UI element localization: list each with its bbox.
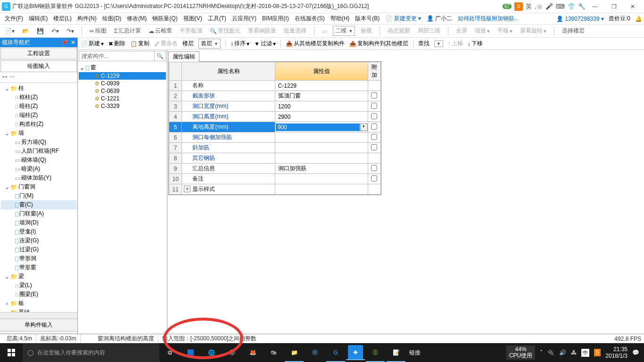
batch-select-button[interactable]: 批量选择 bbox=[282, 26, 308, 36]
tray-volume-icon[interactable]: 🔊 bbox=[559, 349, 566, 356]
menu-floor[interactable]: 楼层(L) bbox=[50, 14, 74, 24]
move-up-button[interactable]: ↑ 上移 bbox=[448, 40, 463, 48]
zoom-button[interactable]: 缩放 ▾ bbox=[473, 26, 492, 36]
col-value[interactable]: 属性值 bbox=[275, 62, 368, 81]
property-grid[interactable]: 属性名称 属性值 附加 1名称C-1229 2截面形状弧顶门窗 3洞口宽度(mm… bbox=[168, 61, 381, 195]
select-floor-button[interactable]: 选择楼层 bbox=[560, 26, 586, 36]
extra-check[interactable] bbox=[371, 103, 377, 109]
delete-button[interactable]: ✖ 删除 bbox=[108, 40, 125, 48]
move-down-button[interactable]: ↓ 下移 bbox=[468, 40, 483, 48]
prop-name[interactable]: +显示样式 bbox=[182, 184, 275, 195]
prop-val[interactable]: C-1229 bbox=[275, 81, 368, 91]
copy-from-floor-button[interactable]: 📥 从其他楼层复制构件 bbox=[286, 40, 345, 48]
search-box[interactable]: 🔍 bbox=[79, 51, 166, 61]
expand-icon[interactable]: ⁺⁺ bbox=[2, 74, 8, 81]
prop-val[interactable]: 2900 bbox=[275, 112, 368, 122]
tree-item[interactable]: ⎕连梁(G) bbox=[1, 236, 76, 245]
start-button[interactable] bbox=[0, 343, 23, 362]
tree-item[interactable]: ⎕门联窗(A) bbox=[1, 209, 76, 218]
tray-up-icon[interactable]: ˄ bbox=[540, 349, 543, 356]
filter-button[interactable]: ▼ 过滤 ▾ bbox=[254, 40, 276, 48]
prop-val[interactable]: 1200 bbox=[275, 101, 368, 112]
tree-item[interactable]: ⎕墙洞(D) bbox=[1, 218, 76, 227]
tray-network-icon[interactable]: 🖧 bbox=[571, 349, 577, 356]
search-input[interactable] bbox=[79, 51, 154, 61]
taskbar-search[interactable]: ◯ 在这里输入你要搜索的内容 bbox=[23, 343, 159, 362]
prop-name[interactable]: 洞口宽度(mm) bbox=[182, 101, 275, 112]
clock[interactable]: 21:352018/1/3 bbox=[605, 346, 627, 360]
tree-item[interactable]: ▭人防门框墙(RF bbox=[1, 147, 76, 156]
tree-group-opening[interactable]: ⌄📁门窗洞 bbox=[1, 182, 76, 191]
tree-item[interactable]: ⎕带形窗 bbox=[1, 263, 76, 272]
copy-to-floor-button[interactable]: 📤 复制构件到其他楼层 bbox=[349, 40, 408, 48]
cpu-meter[interactable]: 44%CPU使用 bbox=[506, 346, 535, 360]
store-icon[interactable]: 🛍 bbox=[263, 343, 284, 362]
tree-item[interactable]: ⎕门(M) bbox=[1, 191, 76, 200]
tree-group-beam[interactable]: ⌄📁梁 bbox=[1, 272, 76, 281]
edge-icon[interactable]: ⓔ bbox=[222, 343, 242, 362]
property-tab[interactable]: 属性编辑 bbox=[168, 51, 199, 62]
maximize-button[interactable]: ❐ bbox=[604, 0, 623, 13]
sort-button[interactable]: ↕ 排序 ▾ bbox=[231, 40, 249, 48]
pan-button[interactable]: 平移 ▾ bbox=[495, 26, 514, 36]
prop-name[interactable]: 离地高度(mm) bbox=[182, 122, 275, 132]
prop-val[interactable]: 洞口加强筋 bbox=[275, 164, 368, 174]
minimize-button[interactable]: — bbox=[586, 0, 604, 13]
menu-draw[interactable]: 绘图(D) bbox=[99, 14, 124, 24]
prop-name[interactable]: 汇总信息 bbox=[182, 164, 275, 174]
extra-check[interactable] bbox=[371, 92, 377, 99]
tree-group-column[interactable]: ⌄📁柱 bbox=[1, 84, 76, 93]
extra-check[interactable] bbox=[371, 165, 377, 171]
explorer-icon[interactable]: 📁 bbox=[284, 343, 305, 362]
ime-wrench-icon[interactable]: 🔧 bbox=[578, 3, 586, 10]
copy-button[interactable]: 📋 复制 bbox=[130, 40, 149, 48]
comp-item[interactable]: ⚙C-3329 bbox=[79, 102, 166, 110]
prop-name[interactable]: 截面形状 bbox=[182, 91, 275, 101]
firefox-icon[interactable]: 🦊 bbox=[242, 343, 263, 362]
floor-combo[interactable]: 首层▼ bbox=[198, 39, 221, 49]
tray-sogou-icon[interactable]: S bbox=[594, 349, 601, 356]
menu-edit[interactable]: 编辑(E) bbox=[26, 14, 50, 24]
align-top-button[interactable]: 平齐板顶 bbox=[178, 26, 204, 36]
col-name[interactable]: 属性名称 bbox=[182, 62, 275, 81]
menu-version[interactable]: 版本号(B) bbox=[352, 14, 382, 24]
prop-val[interactable]: 弧顶门窗 bbox=[275, 91, 368, 101]
comp-item[interactable]: ⚙C-1221 bbox=[79, 95, 166, 102]
ime-kbd-icon[interactable]: ⌨ bbox=[556, 3, 565, 10]
redo-icon[interactable]: ↷▾ bbox=[65, 27, 76, 35]
tree-item[interactable]: ▭砌体加筋(Y) bbox=[1, 173, 76, 182]
extra-check[interactable] bbox=[371, 113, 377, 119]
app-icon-note[interactable]: 📝 bbox=[386, 343, 406, 362]
prop-name[interactable]: 其它钢筋 bbox=[182, 153, 275, 164]
view-rebar-button[interactable]: 查看钢筋量 bbox=[246, 26, 278, 36]
find-label[interactable]: 查找 bbox=[418, 40, 429, 48]
app-icon-1[interactable]: 🟦 bbox=[180, 343, 201, 362]
menu-help[interactable]: 帮助(H) bbox=[328, 14, 353, 24]
menu-file[interactable]: 文件(F) bbox=[2, 14, 26, 24]
box-icon[interactable]: ▭ bbox=[320, 27, 329, 35]
component-tree[interactable]: ⌄⎕窗 ⚙C-1229 ⚙C-0939 ⚙C-0639 ⚙C-1221 ⚙C-3… bbox=[78, 62, 167, 343]
notification-icon[interactable]: 💬 bbox=[632, 349, 639, 356]
menu-bim[interactable]: BIM应用(I) bbox=[259, 14, 292, 24]
collapse-icon[interactable]: ⁻⁻ bbox=[9, 74, 15, 81]
draw-button[interactable]: ✏ 绘图 bbox=[88, 26, 108, 36]
tree-group-foundation[interactable]: ⌄📁基础 bbox=[1, 308, 76, 312]
tab-project-settings[interactable]: 工程设置 bbox=[0, 48, 77, 59]
help-link[interactable]: 如何处理筏板附加钢筋.. bbox=[455, 14, 520, 24]
comp-item[interactable]: ⚙C-0939 bbox=[79, 80, 166, 87]
prop-val-editing[interactable]: 900▾ bbox=[275, 122, 368, 132]
nav-scrollbar[interactable] bbox=[0, 312, 77, 319]
tree-item[interactable]: ⎕过梁(G) bbox=[1, 245, 76, 254]
user-label[interactable]: 👤 广小二 bbox=[424, 14, 455, 24]
ie-icon[interactable]: ⓔ bbox=[305, 343, 325, 362]
link-label[interactable]: 链接 bbox=[409, 349, 421, 357]
ime-indicator[interactable]: 中 bbox=[581, 349, 589, 357]
prop-val[interactable] bbox=[275, 143, 368, 153]
prop-val[interactable] bbox=[275, 153, 368, 164]
tree-item[interactable]: ⎍框柱(Z) bbox=[1, 93, 76, 102]
tray-power-icon[interactable]: 🔌 bbox=[547, 349, 554, 356]
pin-icon[interactable]: 📌 bbox=[61, 39, 68, 46]
app-icon-2[interactable]: 🌐 bbox=[201, 343, 222, 362]
comp-item[interactable]: ⚙C-0639 bbox=[79, 87, 166, 95]
find-combo[interactable]: ▼ bbox=[434, 41, 443, 47]
